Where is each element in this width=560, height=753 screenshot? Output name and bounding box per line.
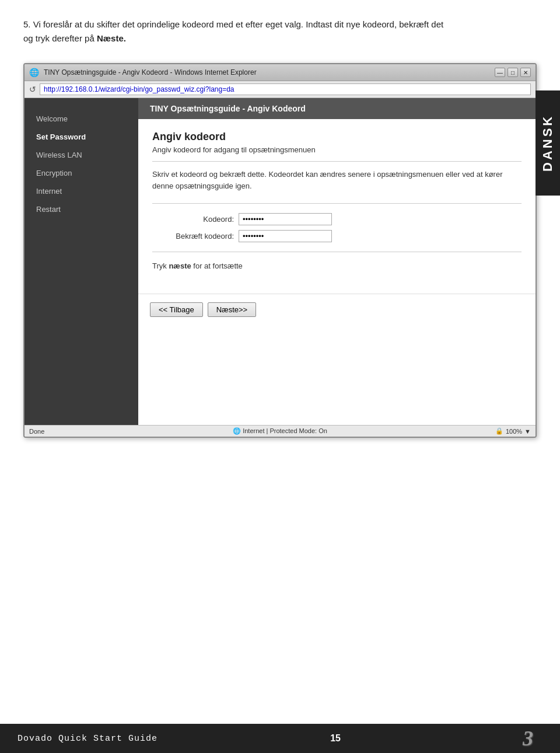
browser-addressbar: ↺ [24, 81, 536, 98]
browser-statusbar: Done 🌐 Internet | Protected Mode: On 🔒 1… [24, 425, 536, 437]
browser-titlebar: 🌐 TINY Opsætningsguide - Angiv Kodeord -… [24, 64, 536, 81]
password-form: Kodeord: Bekræft kodeord: [164, 213, 522, 242]
divider-2 [152, 203, 522, 204]
confirm-input[interactable] [239, 230, 332, 242]
browser-title: TINY Opsætningsguide - Angiv Kodeord - W… [44, 68, 490, 76]
minimize-button[interactable]: — [495, 68, 505, 77]
continue-bold: næste [169, 262, 191, 270]
continue-rest: for at fortsætte [191, 262, 243, 270]
page-subtitle: Angiv kodeord for adgang til opsætningsm… [152, 145, 522, 154]
status-done: Done [29, 428, 152, 435]
dansk-label: DANSK [536, 90, 560, 196]
nav-set-password[interactable]: Set Password [24, 128, 138, 146]
restore-button[interactable]: □ [508, 68, 518, 77]
browser-controls: — □ ✕ [495, 68, 531, 77]
step-text: 5. Vi foreslår at du skifter det oprinde… [23, 19, 443, 43]
password-input[interactable] [239, 213, 332, 225]
password-row: Kodeord: [164, 213, 522, 225]
description-text: Skriv et kodeord og bekræft dette. Kodeo… [152, 169, 522, 191]
continue-text: Tryk næste for at fortsætte [152, 262, 522, 270]
nav-sidebar: Welcome Set Password Wireless LAN Encryp… [24, 98, 138, 425]
content-header: TINY Opsætningsguide - Angiv Kodeord [138, 98, 536, 119]
browser-window: 🌐 TINY Opsætningsguide - Angiv Kodeord -… [23, 63, 537, 438]
address-bar[interactable] [40, 83, 531, 95]
main-content: TINY Opsætningsguide - Angiv Kodeord Ang… [138, 98, 536, 425]
close-button[interactable]: ✕ [520, 68, 531, 77]
divider-1 [152, 161, 522, 162]
footer-page-number: 15 [330, 733, 341, 744]
browser-content: Welcome Set Password Wireless LAN Encryp… [24, 98, 536, 425]
nav-internet[interactable]: Internet [24, 182, 138, 200]
password-label: Kodeord: [164, 215, 234, 224]
nav-encryption[interactable]: Encryption [24, 164, 138, 182]
nav-wireless-lan[interactable]: Wireless LAN [24, 146, 138, 164]
continue-prefix: Tryk [152, 262, 169, 270]
confirm-label: Bekræft kodeord: [164, 232, 234, 240]
step-bold: Næste. [97, 33, 126, 43]
content-body: Angiv kodeord Angiv kodeord for adgang t… [138, 119, 536, 282]
next-button[interactable]: Næste>> [208, 302, 256, 317]
step-instruction: 5. Vi foreslår at du skifter det oprinde… [0, 0, 478, 57]
three-logo-icon: 3 [523, 726, 533, 751]
page-title: Angiv kodeord [152, 131, 522, 143]
divider-3 [152, 252, 522, 252]
status-zoom: 🔒 100% ▼ [408, 427, 531, 435]
globe-icon: 🌐 [29, 68, 39, 77]
content-header-text: TINY Opsætningsguide - Angiv Kodeord [150, 104, 306, 113]
page-footer: Dovado Quick Start Guide 15 3 [0, 724, 560, 753]
back-arrow-icon[interactable]: ↺ [29, 85, 36, 94]
buttons-row: << Tilbage Næste>> [138, 294, 536, 325]
footer-logo: 3 [513, 727, 542, 750]
status-security: 🌐 Internet | Protected Mode: On [157, 427, 403, 435]
footer-title: Dovado Quick Start Guide [18, 734, 158, 744]
confirm-row: Bekræft kodeord: [164, 230, 522, 242]
nav-restart[interactable]: Restart [24, 200, 138, 218]
back-button[interactable]: << Tilbage [150, 302, 203, 317]
nav-welcome[interactable]: Welcome [24, 110, 138, 128]
